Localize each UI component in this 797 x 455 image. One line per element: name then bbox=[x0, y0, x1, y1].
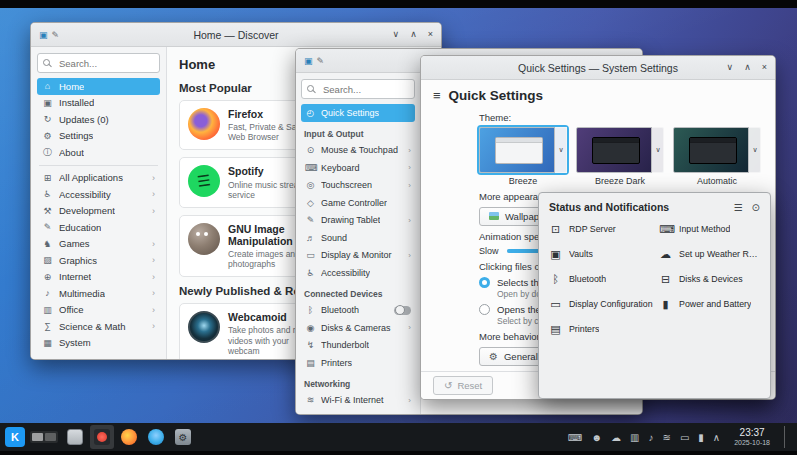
reset-button[interactable]: ↺ Reset bbox=[433, 376, 493, 395]
status-item[interactable]: ☁ Set up Weather Report… bbox=[659, 247, 760, 261]
theme-dropdown-button[interactable]: ∨ bbox=[651, 127, 664, 173]
taskbar-app-icon[interactable] bbox=[63, 425, 87, 449]
status-item[interactable]: ▣ Vaults bbox=[549, 247, 655, 261]
discover-category-item[interactable]: ∑ Science & Math › bbox=[37, 318, 160, 335]
settings-sidebar-item[interactable]: ⌨ Keyboard › bbox=[301, 159, 415, 177]
discover-titlebar[interactable]: ▣✎ Home — Discover ∨∧× bbox=[31, 23, 441, 47]
theme-card[interactable]: ∨ Breeze bbox=[479, 127, 567, 186]
theme-card[interactable]: ∨ Automatic bbox=[673, 127, 761, 186]
edit-icon: ✎ bbox=[317, 56, 325, 66]
settings-search[interactable] bbox=[301, 79, 415, 99]
settings-sidebar-item[interactable]: ◎ Touchscreen › bbox=[301, 177, 415, 195]
network-icon[interactable]: ≋ bbox=[663, 432, 671, 443]
settings-sidebar-item[interactable]: ▤ Printers › bbox=[301, 354, 415, 372]
settings-sidebar-item[interactable]: ♬ Sound › bbox=[301, 229, 415, 247]
radio-button[interactable] bbox=[479, 277, 490, 288]
taskbar-discover-icon[interactable] bbox=[144, 425, 168, 449]
theme-dropdown-button[interactable]: ∨ bbox=[748, 127, 761, 173]
battery-icon[interactable]: ▮ bbox=[698, 432, 704, 443]
media-player-icon[interactable]: ♪ bbox=[649, 432, 654, 443]
discover-category-item[interactable]: ✎ Education › bbox=[37, 219, 160, 236]
hamburger-menu-icon[interactable]: ≡ bbox=[433, 88, 441, 103]
settings-sidebar-item[interactable]: ↯ Thunderbolt › bbox=[301, 337, 415, 355]
taskbar-system-settings-icon[interactable] bbox=[171, 425, 195, 449]
settings-sidebar-item[interactable]: ▭ Display & Monitor › bbox=[301, 247, 415, 265]
chevron-right-icon: › bbox=[152, 173, 155, 183]
about-icon: ⓘ bbox=[42, 146, 53, 159]
settings-sidebar-item[interactable]: ✎ Drawing Tablet › bbox=[301, 212, 415, 230]
discover-category-item[interactable]: ▥ Office › bbox=[37, 302, 160, 319]
display-configuration-icon: ▭ bbox=[549, 298, 562, 311]
search-input[interactable] bbox=[321, 83, 409, 96]
discover-nav-item[interactable]: ▣ Installed › bbox=[37, 95, 160, 112]
pin-icon[interactable]: ⊙ bbox=[752, 202, 760, 213]
rdp-server-icon: ⊡ bbox=[549, 223, 562, 236]
discover-category-item[interactable]: ⚒ Development › bbox=[37, 203, 160, 220]
settings-sidebar-item[interactable]: ◉ Disks & Cameras › bbox=[301, 319, 415, 337]
discover-nav-item[interactable]: ⌂ Home › bbox=[37, 78, 160, 95]
status-item[interactable]: ᛒ Bluetooth bbox=[549, 272, 655, 286]
minimize-button[interactable]: ∨ bbox=[393, 30, 400, 39]
weather-icon[interactable]: ☁ bbox=[611, 432, 621, 443]
maximize-button[interactable]: ∧ bbox=[410, 30, 417, 39]
theme-name: Automatic bbox=[673, 176, 761, 186]
theme-dropdown-button[interactable]: ∨ bbox=[554, 127, 567, 173]
user-status-icon[interactable]: ☻ bbox=[592, 432, 603, 443]
theme-card[interactable]: ∨ Breeze Dark bbox=[576, 127, 664, 186]
settings-sidebar-item[interactable]: ☺ Online Accounts › bbox=[301, 409, 415, 415]
discover-category-item[interactable]: ▨ Graphics › bbox=[37, 252, 160, 269]
clock-date: 2025-10-18 bbox=[734, 439, 770, 447]
desktop-1[interactable] bbox=[32, 433, 43, 441]
status-item[interactable]: ▮ Power and Battery bbox=[659, 297, 760, 311]
office-icon: ▥ bbox=[42, 305, 53, 315]
app-launcher-icon[interactable]: K bbox=[5, 427, 25, 447]
expand-tray-icon[interactable]: ∧ bbox=[713, 432, 720, 443]
discover-category-item[interactable]: ♞ Games › bbox=[37, 236, 160, 253]
show-desktop-button[interactable] bbox=[784, 426, 788, 448]
radio-button[interactable] bbox=[479, 304, 490, 315]
minimize-button[interactable]: ∨ bbox=[727, 63, 734, 72]
chevron-right-icon: › bbox=[408, 181, 411, 190]
desktop-2[interactable] bbox=[45, 433, 56, 441]
maximize-button[interactable]: ∧ bbox=[744, 63, 751, 72]
close-button[interactable]: × bbox=[428, 30, 433, 39]
settings-sidebar-item[interactable]: ᛒ Bluetooth › bbox=[301, 302, 415, 320]
multimedia-icon: ♪ bbox=[42, 288, 53, 298]
chevron-right-icon: › bbox=[408, 251, 411, 260]
display-icon[interactable]: ▭ bbox=[680, 432, 689, 443]
discover-category-item[interactable]: ♪ Multimedia › bbox=[37, 285, 160, 302]
status-item[interactable]: ⊡ RDP Server bbox=[549, 222, 655, 236]
search-input[interactable] bbox=[57, 57, 154, 70]
taskbar-firefox-icon[interactable] bbox=[117, 425, 141, 449]
settings-sidebar-item[interactable]: ♿ Accessibility › bbox=[301, 264, 415, 282]
discover-category-item[interactable]: ⊞ All Applications › bbox=[37, 170, 160, 187]
theme-picker: ∨ Breeze ∨ Breeze Dark ∨ Autom bbox=[479, 127, 763, 186]
keyboard-indicator-icon[interactable]: ⌨ bbox=[568, 432, 582, 443]
discover-category-item[interactable]: ♿ Accessibility › bbox=[37, 186, 160, 203]
science-math-icon: ∑ bbox=[42, 321, 53, 331]
quick-settings-titlebar[interactable]: Quick Settings — System Settings ∨∧× bbox=[421, 56, 775, 80]
home-icon: ⌂ bbox=[42, 81, 53, 91]
discover-category-item[interactable]: ⊕ Internet › bbox=[37, 269, 160, 286]
digital-clock[interactable]: 23:37 2025-10-18 bbox=[734, 427, 770, 447]
settings-sidebar-item[interactable]: ≋ Wi-Fi & Internet › bbox=[301, 392, 415, 410]
clipboard-icon[interactable]: ▥ bbox=[630, 432, 639, 443]
toggle-switch[interactable] bbox=[394, 306, 411, 315]
discover-search[interactable] bbox=[37, 53, 160, 73]
configure-icon[interactable]: ☰ bbox=[734, 202, 743, 213]
status-item[interactable]: ▭ Display Configuration bbox=[549, 297, 655, 311]
sidebar-item-quick-settings[interactable]: ◴ Quick Settings bbox=[301, 104, 415, 122]
virtual-desktop-pager[interactable] bbox=[30, 431, 58, 443]
status-item[interactable]: ⊟ Disks & Devices bbox=[659, 272, 760, 286]
discover-nav-item[interactable]: ↻ Updates (0) › bbox=[37, 111, 160, 128]
status-item[interactable]: ▤ Printers bbox=[549, 322, 655, 336]
discover-nav-item[interactable]: ⓘ About › bbox=[37, 144, 160, 161]
discover-category-item[interactable]: ▦ System › bbox=[37, 335, 160, 352]
discover-nav-item[interactable]: ⚙ Settings › bbox=[37, 128, 160, 145]
settings-sidebar-item[interactable]: ⊙ Mouse & Touchpad › bbox=[301, 142, 415, 160]
settings-sidebar-item[interactable]: ◇ Game Controller › bbox=[301, 194, 415, 212]
discover-nav: ⌂ Home › ▣ Installed › ↻ Updates (0) › bbox=[37, 78, 160, 161]
close-button[interactable]: × bbox=[762, 63, 767, 72]
taskbar-spectacle-icon[interactable] bbox=[90, 425, 114, 449]
status-item[interactable]: ⌨ Input Method bbox=[659, 222, 760, 236]
